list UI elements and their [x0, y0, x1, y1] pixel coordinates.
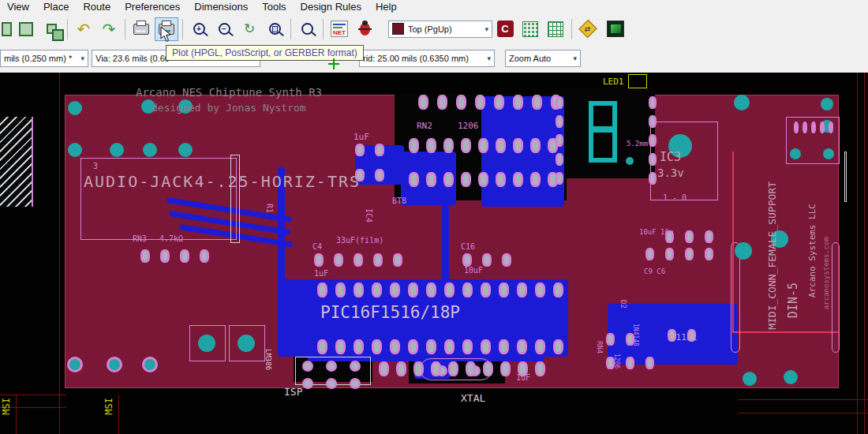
silk-label: MIDI_CONN_FEMALE_SUPPORT	[767, 181, 777, 330]
red-line	[16, 395, 17, 434]
silk-outline	[628, 74, 647, 88]
grid-size-select[interactable]: rid: 25.00 mils (0.6350 mm)▾	[359, 50, 495, 67]
print-button[interactable]	[129, 17, 153, 41]
grid-dots-button[interactable]	[518, 17, 542, 41]
pcb-pad	[375, 169, 384, 181]
toolbar-button-clipped[interactable]	[1, 17, 13, 41]
pcb-pad	[462, 253, 472, 267]
pcb-hole	[823, 148, 834, 159]
silk-label: 3	[93, 163, 98, 170]
pcb-pad	[483, 361, 493, 376]
red-line	[732, 331, 840, 333]
zoom-select[interactable]: Zoom Auto▾	[505, 50, 581, 67]
silk-label: C16	[461, 243, 475, 251]
pcb-pad	[649, 96, 657, 109]
pcb-pad	[426, 339, 436, 354]
red-line	[118, 395, 119, 434]
layer-pair-icon: C	[497, 21, 514, 37]
zoom-in-button[interactable]: +	[187, 17, 211, 41]
pcb-pad	[556, 115, 563, 128]
invert-layer-button[interactable]: C	[493, 17, 517, 41]
pcb-hole	[626, 157, 634, 165]
board-icon	[2, 22, 12, 36]
pcb-pad	[530, 138, 541, 153]
zoom-value: Zoom Auto	[509, 54, 551, 63]
find-button[interactable]	[295, 17, 319, 41]
pcb-pad	[556, 153, 563, 166]
pcb-hole	[734, 95, 750, 110]
menu-item-tools[interactable]: Tools	[255, 1, 293, 13]
menu-item-dimensions[interactable]: Dimensions	[187, 1, 255, 13]
silk-label: PIC16F1516/18P	[320, 305, 460, 321]
toolbar-separator	[571, 19, 572, 39]
menu-item-view[interactable]: View	[0, 1, 36, 13]
pcb-pad	[496, 172, 506, 187]
layer-select[interactable]: Top (PgUp) ▾	[388, 21, 492, 38]
silk-label: LM386	[264, 349, 271, 370]
pcb-pad	[355, 144, 365, 156]
pcb-pad	[556, 172, 563, 185]
pcb-pad	[160, 249, 170, 263]
zoom-fit-button[interactable]	[263, 17, 286, 41]
redraw-button[interactable]: ↻	[238, 17, 261, 41]
silk-label: ISP	[284, 387, 302, 397]
redo-button[interactable]: ↷	[97, 17, 121, 41]
viewer-3d-button[interactable]	[601, 17, 625, 41]
pcb-pad	[606, 333, 615, 346]
silk-label: 1 - 0	[663, 194, 687, 202]
pcb-pad	[200, 249, 209, 263]
pcbnew-window: ViewPlaceRoutePreferencesDimensionsTools…	[0, 0, 868, 434]
silk-label: DIN-5	[788, 282, 799, 318]
redraw-icon: ↻	[244, 22, 255, 36]
silk-label: MSI	[104, 398, 114, 415]
pcb-pad	[354, 282, 364, 297]
undo-button[interactable]: ↶	[72, 17, 95, 41]
edge-connector	[0, 117, 33, 207]
pcb-pad	[444, 339, 455, 354]
undo-icon: ↶	[77, 21, 91, 37]
silk-label: 1uF	[516, 374, 530, 382]
pcb-hole	[821, 98, 833, 110]
pcb-pad	[478, 172, 488, 187]
grid-dots-icon	[522, 21, 538, 37]
netlist-icon-label: NET	[333, 29, 346, 36]
pcb-pad	[314, 253, 324, 267]
pcb-pad	[481, 339, 491, 354]
bug-icon	[360, 23, 370, 36]
menu-item-preferences[interactable]: Preferences	[118, 1, 187, 13]
menu-item-place[interactable]: Place	[36, 1, 77, 13]
pcb-pad	[462, 339, 473, 354]
pcb-canvas[interactable]: Arcano NES Chiptune Synth R3designed by …	[0, 73, 868, 434]
netlist-button[interactable]: NET	[327, 17, 351, 41]
zoom-out-button[interactable]: −	[212, 17, 236, 41]
menu-item-design-rules[interactable]: Design Rules	[294, 1, 369, 13]
library-browser-button[interactable]	[39, 17, 63, 41]
mouse-cursor	[160, 26, 173, 43]
pcb-pad	[180, 249, 189, 263]
pcb-pad	[645, 357, 654, 369]
pcb-pad	[372, 339, 382, 354]
silk-label: arcanosystems.com	[823, 237, 830, 309]
menu-item-route[interactable]: Route	[76, 1, 118, 13]
autoroute-button[interactable]: ⇄	[576, 17, 600, 41]
silk-outline	[230, 155, 240, 243]
layer-select-value: Top (PgUp)	[408, 24, 452, 34]
grid-lines-button[interactable]	[544, 17, 567, 41]
pcb-pad	[408, 339, 418, 354]
pcb-hole	[326, 361, 337, 372]
menu-item-help[interactable]: Help	[369, 1, 404, 13]
pcb-pad	[556, 96, 563, 109]
silk-label: Arcano Systems LLC	[808, 204, 817, 297]
footprint-editor-button[interactable]	[14, 17, 38, 41]
pcb-pad	[494, 95, 504, 110]
pcb-pad	[820, 122, 825, 133]
pcb-pad	[334, 253, 343, 267]
pcb-pad	[462, 282, 473, 297]
pcb-pad	[466, 361, 476, 376]
track-width-select[interactable]: mils (0.250 mm) *▾	[0, 50, 88, 67]
pcb-pad	[553, 339, 563, 354]
pcb-pad	[685, 230, 694, 243]
silk-label: 10uF 16v	[639, 229, 673, 236]
drc-button[interactable]	[353, 17, 376, 41]
silk-label: R1	[265, 204, 273, 213]
